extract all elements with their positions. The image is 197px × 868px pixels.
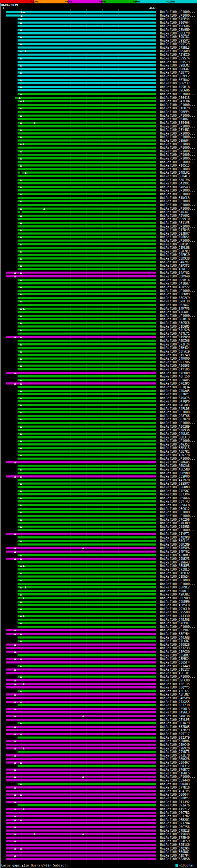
hit-bar[interactable]: [18, 608, 156, 610]
hit-bar[interactable]: [6, 851, 156, 853]
hit-bar[interactable]: [18, 279, 156, 281]
hit-label[interactable]: UniRef100_A0E5N8: [160, 468, 190, 471]
hit-label[interactable]: UniRef100_UP1000...: [160, 146, 195, 149]
hit-bar[interactable]: [18, 590, 156, 592]
hit-label[interactable]: UniRef100_UP1000...: [160, 135, 195, 138]
hit-label[interactable]: UniRef100_Q7CZ96: [160, 518, 190, 521]
hit-label[interactable]: UniRef100_C05BM7: [160, 654, 190, 657]
hit-label[interactable]: UniRef100_UP1000...: [160, 207, 195, 210]
hit-label[interactable]: UniRef100_UP1000...: [160, 225, 195, 228]
hit-bar[interactable]: [18, 290, 156, 292]
hit-bar[interactable]: [18, 79, 156, 81]
hit-label[interactable]: UniRef100_Q9NW04: [160, 139, 190, 142]
hit-bar[interactable]: [18, 343, 156, 345]
hit-bar[interactable]: [18, 347, 156, 349]
hit-label[interactable]: UniRef100_B9S9V7: [160, 482, 190, 485]
hit-bar[interactable]: [18, 500, 156, 502]
hit-bar[interactable]: [18, 654, 156, 656]
hit-label[interactable]: UniRef100_Q75643: [160, 833, 190, 836]
hit-bar[interactable]: [18, 722, 156, 724]
hit-bar[interactable]: [18, 390, 156, 392]
hit-label[interactable]: UniRef100_C3MBX4: [160, 657, 190, 660]
hit-label[interactable]: UniRef100_B4CXH3: [160, 404, 190, 407]
hit-label[interactable]: UniRef100_A9PGQ6: [160, 25, 190, 28]
hit-bar[interactable]: [18, 561, 156, 563]
hit-bar[interactable]: [18, 665, 156, 667]
hit-label[interactable]: UniRef100_C365F4: [160, 661, 190, 664]
hit-bar[interactable]: [6, 372, 156, 374]
hit-label[interactable]: UniRef100_B6QDW1: [160, 850, 190, 854]
hit-label[interactable]: UniRef100_Q9VM14: [160, 279, 190, 282]
hit-bar[interactable]: [18, 579, 156, 581]
hit-bar[interactable]: [18, 18, 156, 20]
hit-bar[interactable]: [18, 179, 156, 181]
hit-label[interactable]: UniRef100_Q2JZB4: [160, 822, 190, 825]
hit-bar[interactable]: [18, 43, 156, 45]
hit-label[interactable]: UniRef100_A9M5E0: [160, 604, 190, 607]
hit-bar[interactable]: [6, 837, 156, 839]
hit-label[interactable]: UniRef100_UP1000...: [160, 314, 195, 317]
hit-bar[interactable]: [6, 633, 156, 635]
hit-bar[interactable]: [6, 382, 156, 384]
hit-bar[interactable]: [18, 540, 156, 542]
hit-bar[interactable]: [6, 715, 156, 717]
hit-label[interactable]: UniRef100_B6TUA2: [160, 79, 190, 82]
hit-bar[interactable]: [18, 197, 156, 199]
hit-label[interactable]: UniRef100_C4K000: [160, 357, 190, 360]
hit-label[interactable]: UniRef100_B4JQP6: [160, 400, 190, 403]
hit-label[interactable]: UniRef100_B7GH77: [160, 768, 190, 771]
hit-label[interactable]: UniRef100_C7J449: [160, 665, 190, 668]
hit-bar[interactable]: [18, 379, 156, 381]
hit-bar[interactable]: [18, 122, 156, 124]
hit-label[interactable]: UniRef100_UP1000...: [160, 439, 195, 442]
hit-label[interactable]: UniRef100_C7Z8L5: [160, 568, 190, 571]
hit-label[interactable]: UniRef100_Q02D20: [160, 418, 190, 421]
hit-bar[interactable]: [6, 683, 156, 685]
hit-bar[interactable]: [18, 54, 156, 56]
hit-bar[interactable]: [18, 68, 156, 70]
hit-bar[interactable]: [18, 615, 156, 617]
hit-label[interactable]: UniRef100_C5PC30: [160, 650, 190, 653]
hit-label[interactable]: UniRef100_B9T7H6: [160, 361, 190, 364]
hit-bar[interactable]: [18, 129, 156, 131]
hit-label[interactable]: UniRef100_A8NL17: [160, 268, 190, 271]
hit-label[interactable]: UniRef100_C4J330: [160, 615, 190, 618]
hit-bar[interactable]: [6, 858, 156, 860]
hit-bar[interactable]: [6, 658, 156, 660]
hit-label[interactable]: UniRef100_A4FLD5: [160, 407, 190, 410]
hit-label[interactable]: UniRef100_UP1000...: [160, 775, 195, 778]
hit-label[interactable]: UniRef100_Q7Q3P5: [160, 382, 190, 385]
hit-label[interactable]: UniRef100_UP1000...: [160, 193, 195, 196]
hit-bar[interactable]: [18, 29, 156, 31]
hit-bar[interactable]: [6, 275, 156, 277]
hit-label[interactable]: UniRef100_UP1000...: [160, 93, 195, 96]
hit-label[interactable]: UniRef100_Q6KZM9: [160, 543, 190, 546]
hit-label[interactable]: UniRef100_Q41991: [160, 182, 190, 185]
hit-bar[interactable]: [18, 25, 156, 27]
hit-label[interactable]: UniRef100_B4AY82: [160, 271, 190, 274]
hit-bar[interactable]: [18, 132, 156, 134]
hit-bar[interactable]: [18, 39, 156, 41]
hit-label[interactable]: UniRef100_C5YLP5: [160, 718, 190, 721]
hit-label[interactable]: UniRef100_B4L528: [160, 329, 190, 332]
hit-label[interactable]: UniRef100_C0H4X4: [160, 346, 190, 349]
hit-label[interactable]: UniRef100_C3PNM9: [160, 293, 190, 296]
hit-bar[interactable]: [18, 544, 156, 546]
hit-label[interactable]: UniRef100_C7P5N7: [160, 490, 190, 493]
hit-bar[interactable]: [18, 200, 156, 202]
hit-label[interactable]: UniRef100_C7DE18: [160, 829, 190, 832]
hit-bar[interactable]: [6, 679, 156, 681]
hit-bar[interactable]: [18, 164, 156, 166]
hit-bar[interactable]: [18, 300, 156, 302]
hit-bar[interactable]: [18, 622, 156, 624]
hit-bar[interactable]: [18, 529, 156, 531]
hit-label[interactable]: UniRef100_Q6B2U1: [160, 818, 190, 822]
hit-bar[interactable]: [18, 522, 156, 524]
hit-bar[interactable]: [18, 229, 156, 231]
hit-bar[interactable]: [18, 490, 156, 492]
hit-bar[interactable]: [18, 297, 156, 299]
hit-label[interactable]: UniRef100_UP1000...: [160, 515, 195, 518]
hit-label[interactable]: UniRef100_A5E7R2: [160, 450, 190, 453]
hit-label[interactable]: UniRef100_C9VNT3: [160, 750, 190, 753]
hit-label[interactable]: UniRef100_UP1000...: [160, 143, 195, 146]
